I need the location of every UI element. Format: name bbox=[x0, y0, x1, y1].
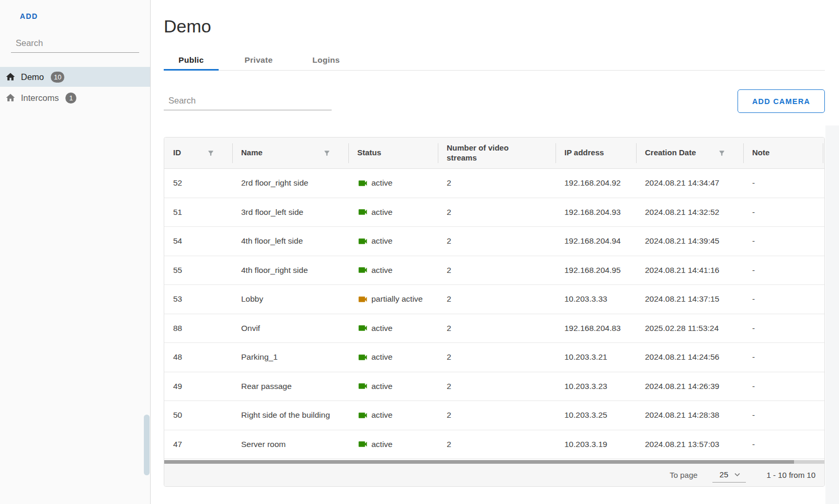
cell-name: Server room bbox=[232, 440, 348, 449]
table-row[interactable]: 88Onvifactive2192.168.204.832025.02.28 1… bbox=[164, 314, 824, 343]
videocam-icon bbox=[357, 381, 368, 392]
cell-id: 53 bbox=[164, 294, 232, 304]
cell-note: - bbox=[743, 324, 825, 333]
table-row[interactable]: 50Right side of the buildingactive210.20… bbox=[164, 401, 824, 430]
horizontal-scrollbar-thumb[interactable] bbox=[164, 460, 794, 464]
column-header-label: Note bbox=[752, 148, 769, 158]
status-label: partially active bbox=[371, 294, 423, 304]
column-filter-button[interactable] bbox=[718, 150, 725, 157]
cameras-table: IDNameStatusNumber of video streamsIP ad… bbox=[164, 137, 825, 487]
cell-creation-date: 2024.08.21 14:24:56 bbox=[636, 352, 743, 362]
table-search-input[interactable] bbox=[164, 92, 332, 110]
cell-ip-address: 192.168.204.92 bbox=[555, 178, 636, 188]
tab-public[interactable]: Public bbox=[164, 51, 219, 70]
cell-streams: 2 bbox=[438, 440, 555, 449]
cell-id: 54 bbox=[164, 236, 232, 246]
column-header-label: Name bbox=[241, 148, 263, 158]
videocam-icon bbox=[357, 265, 368, 276]
table-row[interactable]: 47Server roomactive210.203.3.192024.08.2… bbox=[164, 430, 824, 460]
status-label: active bbox=[371, 324, 393, 333]
cell-creation-date: 2025.02.28 11:53:24 bbox=[636, 324, 743, 333]
table-row[interactable]: 53Lobbypartially active210.203.3.332024.… bbox=[164, 285, 824, 314]
add-button[interactable]: ADD bbox=[17, 12, 41, 21]
cell-ip-address: 10.203.3.25 bbox=[555, 410, 636, 420]
sidebar-search-input[interactable] bbox=[11, 35, 139, 53]
cell-streams: 2 bbox=[438, 266, 555, 275]
videocam-icon bbox=[357, 352, 368, 363]
cell-id: 55 bbox=[164, 266, 232, 275]
sidebar-item-demo[interactable]: Demo10 bbox=[0, 67, 150, 87]
table-row[interactable]: 522rd floor_right sideactive2192.168.204… bbox=[164, 169, 824, 198]
cell-status: active bbox=[348, 439, 438, 450]
cell-name: Onvif bbox=[232, 324, 348, 333]
table-body: 522rd floor_right sideactive2192.168.204… bbox=[164, 169, 824, 459]
status-label: active bbox=[371, 410, 393, 420]
table-row[interactable]: 49Rear passageactive210.203.3.232024.08.… bbox=[164, 372, 824, 402]
tab-private[interactable]: Private bbox=[231, 51, 286, 70]
column-header-number-of-video-streams: Number of video streams bbox=[438, 138, 555, 168]
status-label: active bbox=[371, 440, 393, 449]
status-label: active bbox=[371, 266, 393, 275]
cell-name: Parking_1 bbox=[232, 352, 348, 362]
tab-logins[interactable]: Logins bbox=[299, 51, 354, 70]
page-size-value: 25 bbox=[720, 470, 729, 479]
column-header-id: ID bbox=[164, 138, 232, 168]
cell-name: Right side of the building bbox=[232, 410, 348, 420]
column-header-label: IP address bbox=[564, 148, 604, 158]
cell-id: 52 bbox=[164, 178, 232, 188]
videocam-icon bbox=[357, 439, 368, 450]
cell-id: 47 bbox=[164, 440, 232, 449]
cell-streams: 2 bbox=[438, 410, 555, 420]
table-footer: To page 25 1 - 10 from 10 bbox=[164, 464, 824, 486]
filter-icon[interactable] bbox=[718, 150, 725, 157]
table-row[interactable]: 544th floor_left sideactive2192.168.204.… bbox=[164, 227, 824, 256]
cell-creation-date: 2024.08.21 14:37:15 bbox=[636, 294, 743, 304]
add-camera-button[interactable]: ADD CAMERA bbox=[738, 89, 825, 113]
cell-streams: 2 bbox=[438, 382, 555, 391]
cell-name: 4th floor_left side bbox=[232, 236, 348, 246]
cell-ip-address: 10.203.3.23 bbox=[555, 382, 636, 391]
cell-status: active bbox=[348, 352, 438, 363]
table-row[interactable]: 554th floor_right sideactive2192.168.204… bbox=[164, 256, 824, 285]
filter-icon[interactable] bbox=[207, 150, 214, 157]
cell-note: - bbox=[743, 178, 825, 188]
cell-name: Lobby bbox=[232, 294, 348, 304]
sidebar-item-intercoms[interactable]: Intercoms1 bbox=[0, 88, 150, 108]
horizontal-scrollbar bbox=[164, 460, 824, 464]
column-filter-button[interactable] bbox=[323, 150, 331, 157]
column-header-creation-date: Creation Date bbox=[636, 138, 743, 168]
column-header-label: Creation Date bbox=[645, 148, 696, 158]
pagination-range-label: 1 - 10 from 10 bbox=[767, 471, 815, 479]
cell-note: - bbox=[743, 266, 825, 275]
cell-creation-date: 2024.08.21 14:39:45 bbox=[636, 236, 743, 246]
cell-creation-date: 2024.08.21 14:32:52 bbox=[636, 208, 743, 217]
cell-creation-date: 2024.08.21 13:57:03 bbox=[636, 440, 743, 449]
cell-status: active bbox=[348, 178, 438, 189]
cell-ip-address: 192.168.204.95 bbox=[555, 266, 636, 275]
to-page-label: To page bbox=[670, 471, 697, 479]
cell-creation-date: 2024.08.21 14:28:38 bbox=[636, 410, 743, 420]
sidebar-scrollbar[interactable] bbox=[144, 415, 150, 475]
cell-status: active bbox=[348, 381, 438, 392]
camera-count-badge: 1 bbox=[65, 93, 76, 104]
page-size-select[interactable]: 25 bbox=[712, 468, 746, 483]
cell-status: active bbox=[348, 265, 438, 276]
filter-icon[interactable] bbox=[323, 150, 331, 157]
cell-name: 4th floor_right side bbox=[232, 266, 348, 275]
page-title: Demo bbox=[164, 15, 825, 38]
cell-status: active bbox=[348, 410, 438, 421]
column-header-status: Status bbox=[348, 138, 438, 168]
cell-ip-address: 192.168.204.93 bbox=[555, 208, 636, 217]
cell-id: 49 bbox=[164, 382, 232, 391]
column-header-note: Note bbox=[743, 138, 825, 168]
cell-status: partially active bbox=[348, 294, 438, 305]
table-row[interactable]: 513rd floor_left sideactive2192.168.204.… bbox=[164, 198, 824, 227]
cell-name: 3rd floor_left side bbox=[232, 208, 348, 217]
videocam-icon bbox=[357, 410, 368, 421]
status-label: active bbox=[371, 236, 393, 246]
column-filter-button[interactable] bbox=[207, 150, 214, 157]
videocam-icon bbox=[357, 323, 368, 334]
table-row[interactable]: 48Parking_1active210.203.3.212024.08.21 … bbox=[164, 343, 824, 372]
status-label: active bbox=[371, 178, 393, 188]
cell-creation-date: 2024.08.21 14:26:39 bbox=[636, 382, 743, 391]
